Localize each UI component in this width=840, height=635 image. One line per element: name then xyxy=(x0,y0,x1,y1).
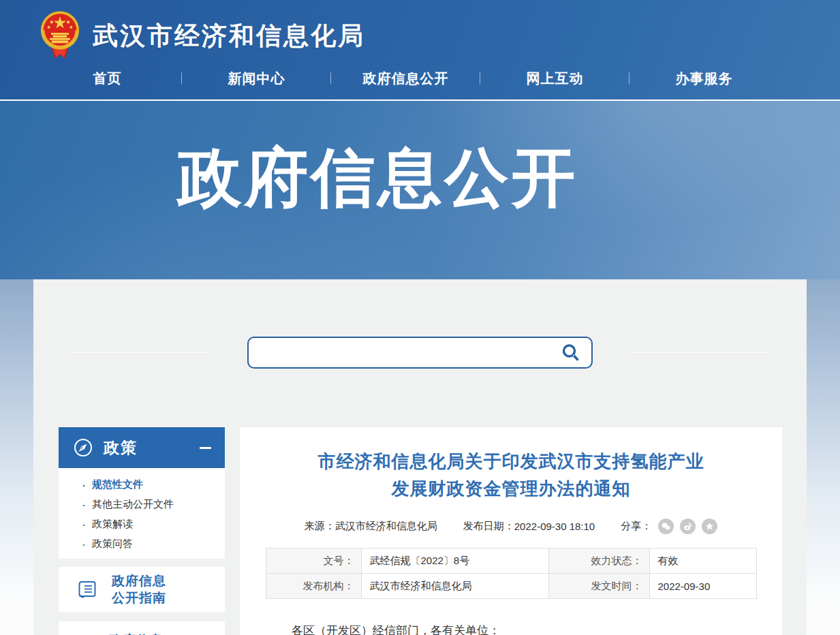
collapse-icon[interactable] xyxy=(200,447,211,449)
site-title: 武汉市经济和信息化局 xyxy=(93,19,365,53)
search-icon xyxy=(561,343,580,362)
sidebar: 政策 · 规范性文件 · 其他主动公开文件 xyxy=(59,427,225,635)
validity-value: 有效 xyxy=(649,548,756,574)
sidebar-card-gov-info-guide[interactable]: 政府信息 公开指南 xyxy=(59,567,225,612)
weibo-share-icon[interactable] xyxy=(680,518,696,534)
nav-item-home[interactable]: 首页 xyxy=(33,69,182,88)
banner: 政府信息公开 xyxy=(0,101,840,279)
search-box xyxy=(247,337,593,369)
meta-source: 来源： 武汉市经济和信息化局 xyxy=(305,520,437,533)
content-card: 政策 · 规范性文件 · 其他主动公开文件 xyxy=(33,279,807,635)
source-value: 武汉市经济和信息化局 xyxy=(335,520,437,533)
wechat-share-icon[interactable] xyxy=(658,518,674,534)
sidebar-card-label: 政府信息 公开指南 xyxy=(112,572,166,606)
sidebar-item-policy-interpretation[interactable]: · 政策解读 xyxy=(59,514,225,534)
meta-share: 分享： xyxy=(621,518,717,534)
policy-panel: 政策 · 规范性文件 · 其他主动公开文件 xyxy=(59,427,225,559)
page: 武汉市经济和信息化局 首页 新闻中心 政府信息公开 网上互动 办事服务 政府信息… xyxy=(0,0,840,635)
article-title-line2: 发展财政资金管理办法的通知 xyxy=(253,475,768,502)
main-nav: 首页 新闻中心 政府信息公开 网上互动 办事服务 xyxy=(33,64,779,93)
date-label: 发布日期： xyxy=(463,520,514,533)
policy-list: · 规范性文件 · 其他主动公开文件 · 政策解读 xyxy=(59,468,225,559)
columns: 政策 · 规范性文件 · 其他主动公开文件 xyxy=(59,427,782,635)
share-icons xyxy=(657,518,717,534)
sidebar-item-policy-qa[interactable]: · 政策问答 xyxy=(59,534,225,554)
nav-item-interaction[interactable]: 网上互动 xyxy=(480,69,629,88)
nav-item-news[interactable]: 新闻中心 xyxy=(182,69,331,88)
issuer-label: 发布机构： xyxy=(266,574,361,599)
issue-date-label: 发文时间： xyxy=(548,574,649,599)
doc-no-label: 文号： xyxy=(266,548,361,574)
brand[interactable]: 武汉市经济和信息化局 xyxy=(0,0,840,64)
article-title: 市经济和信息化局关于印发武汉市支持氢能产业 发展财政资金管理办法的通知 xyxy=(253,448,768,502)
sidebar-item-normative-documents[interactable]: · 规范性文件 xyxy=(59,475,225,495)
qzone-share-icon[interactable] xyxy=(702,518,717,534)
source-label: 来源： xyxy=(305,520,335,533)
date-value: 2022-09-30 18:10 xyxy=(514,521,595,532)
sidebar-card-gov-info-partial[interactable]: 政府信息 xyxy=(59,621,225,635)
doc-no-value: 武经信规〔2022〕8号 xyxy=(361,548,548,574)
sidebar-item-other-public-documents[interactable]: · 其他主动公开文件 xyxy=(59,495,225,514)
validity-label: 效力状态： xyxy=(548,548,649,574)
sidebar-item-label: 规范性文件 xyxy=(92,478,143,491)
nav-item-services[interactable]: 办事服务 xyxy=(629,69,779,88)
policy-header[interactable]: 政策 xyxy=(59,427,225,468)
site-header: 武汉市经济和信息化局 首页 新闻中心 政府信息公开 网上互动 办事服务 xyxy=(0,0,840,101)
bullet-icon: · xyxy=(82,479,86,491)
national-emblem-icon xyxy=(40,10,80,63)
guide-card-line2: 公开指南 xyxy=(112,591,166,605)
issuer-value: 武汉市经济和信息化局 xyxy=(361,574,548,599)
banner-title: 政府信息公开 xyxy=(0,135,798,221)
share-label: 分享： xyxy=(621,520,651,533)
decorative-line-left xyxy=(71,352,210,353)
bullet-icon: · xyxy=(82,518,86,531)
search-button[interactable] xyxy=(561,343,591,362)
issue-date-value: 2022-09-30 xyxy=(649,574,756,599)
book-icon xyxy=(76,578,99,601)
article-panel: 市经济和信息化局关于印发武汉市支持氢能产业 发展财政资金管理办法的通知 来源： … xyxy=(240,427,782,635)
bullet-icon: · xyxy=(82,538,86,551)
sidebar-item-label: 其他主动公开文件 xyxy=(92,498,174,511)
document-info-table: 文号： 武经信规〔2022〕8号 效力状态： 有效 发布机构： 武汉市经济和信息… xyxy=(266,548,757,599)
search-input[interactable] xyxy=(249,338,561,367)
table-row: 发布机构： 武汉市经济和信息化局 发文时间： 2022-09-30 xyxy=(266,574,756,599)
meta-publish-date: 发布日期： 2022-09-30 18:10 xyxy=(463,520,595,533)
article-body-first-line: 各区（开发区）经信部门，各有关单位： xyxy=(253,621,768,635)
sidebar-item-label: 政策解读 xyxy=(92,518,133,531)
policy-panel-title: 政策 xyxy=(104,437,200,459)
guide-card-line1: 政府信息 xyxy=(112,574,166,588)
sidebar-card-label: 政府信息 xyxy=(109,632,164,635)
content-area: 政策 · 规范性文件 · 其他主动公开文件 xyxy=(0,279,840,635)
table-row: 文号： 武经信规〔2022〕8号 效力状态： 有效 xyxy=(266,548,756,574)
article-meta: 来源： 武汉市经济和信息化局 发布日期： 2022-09-30 18:10 分享… xyxy=(253,518,768,534)
nav-item-gov-info[interactable]: 政府信息公开 xyxy=(331,69,480,88)
search-row xyxy=(59,279,782,427)
compass-icon xyxy=(74,438,93,457)
decorative-line-right xyxy=(631,352,771,353)
bullet-icon: · xyxy=(82,499,86,511)
sidebar-item-label: 政策问答 xyxy=(92,538,133,551)
article-title-line1: 市经济和信息化局关于印发武汉市支持氢能产业 xyxy=(253,448,768,475)
